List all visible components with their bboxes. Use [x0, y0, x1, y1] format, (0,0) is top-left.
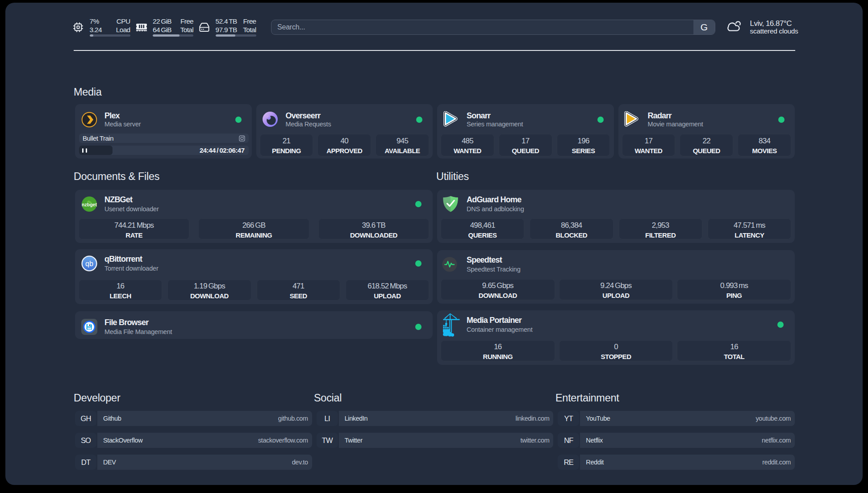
svg-text:qb: qb: [85, 259, 93, 267]
svg-text:nzbget: nzbget: [82, 202, 97, 207]
